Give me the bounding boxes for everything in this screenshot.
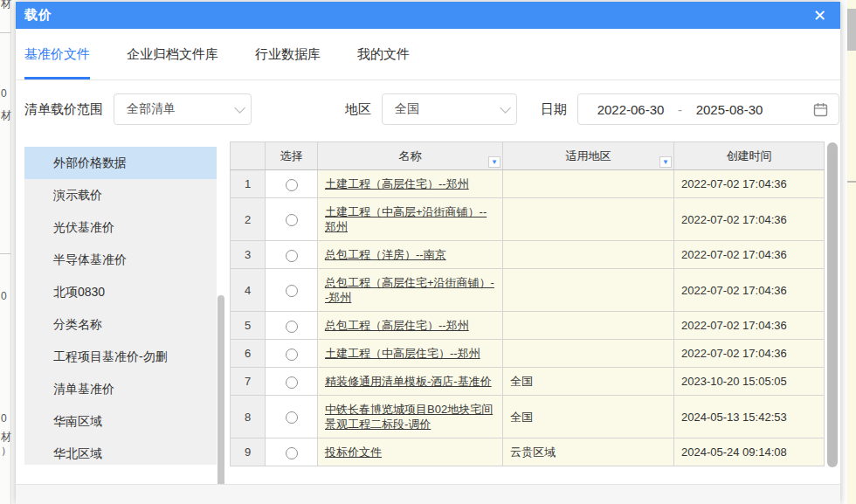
table-row: 4 总包工程（高层住宅+沿街商铺）--郑州 2022-07-02 17:04:3… [231,269,825,312]
row-name-cell: 总包工程（高层住宅+沿街商铺）--郑州 [318,269,503,312]
row-created-cell: 2023-10-20 15:05:05 [674,368,825,396]
sidebar-item[interactable]: 演示载价 [24,179,217,211]
radio-button[interactable] [286,349,298,361]
sidebar-item[interactable]: 华南区域 [24,405,217,438]
table-row: 1 土建工程（高层住宅）--郑州 2022-07-02 17:04:36 [231,170,825,198]
row-region-cell [503,241,674,269]
radio-button[interactable] [286,376,298,389]
date-end-input[interactable] [687,102,771,117]
tab-label: 基准价文件 [24,46,90,63]
tab-3[interactable]: 我的文件 [357,29,410,79]
row-index: 2 [231,198,266,241]
col-header-name: 名称 ▼ [318,142,503,170]
region-select-value: 全国 [395,101,487,117]
row-created-cell: 2024-05-24 09:14:08 [674,438,825,466]
table-row: 3 总包工程（洋房）--南京 2022-07-02 17:04:36 [231,241,825,269]
file-name-link[interactable]: 中铁长春博览城项目B02地块宅间景观工程二标段-调价 [325,403,493,431]
close-icon[interactable]: ✕ [810,6,830,25]
region-label: 地区 [345,101,371,118]
radio-button[interactable] [286,250,298,262]
filter-bar: 清单载价范围 全部清单 地区 全国 日期 - [16,90,840,128]
date-start-input[interactable] [589,102,673,117]
tab-1[interactable]: 企业归档文件库 [127,29,218,79]
col-header-region-label: 适用地区 [566,149,611,162]
radio-button[interactable] [286,447,298,459]
date-range-picker[interactable]: - [577,93,839,125]
region-select[interactable]: 全国 [382,93,517,125]
background-text-fragment: 0 [1,87,15,100]
table-scrollbar[interactable] [827,142,838,467]
row-select-cell [266,438,318,466]
sidebar-item[interactable]: 华北区域 [24,438,217,465]
tab-0[interactable]: 基准价文件 [24,29,90,79]
radio-button[interactable] [286,321,298,333]
row-name-cell: 总包工程（洋房）--南京 [318,241,503,269]
file-name-link[interactable]: 土建工程（高层住宅）--郑州 [325,177,469,190]
calendar-icon[interactable] [813,102,828,117]
row-created-cell: 2022-07-02 17:04:36 [674,340,825,368]
tab-2[interactable]: 行业数据库 [255,29,321,79]
row-index: 9 [231,438,266,466]
row-select-cell [266,269,318,312]
row-region-cell: 全国 [503,396,674,438]
row-index: 6 [231,340,266,368]
sidebar-item[interactable]: 清单基准价 [24,373,217,405]
file-name-link[interactable]: 精装修通用清单模板-酒店-基准价 [325,375,492,388]
background-app-left-strip: 材0材00材） [0,0,16,504]
row-select-cell [266,396,318,438]
row-created-cell: 2022-07-02 17:04:36 [674,198,825,241]
row-index: 5 [231,312,266,340]
radio-button[interactable] [286,214,298,226]
row-name-cell: 投标价文件 [318,438,503,466]
row-select-cell [266,340,318,368]
row-index: 4 [231,269,266,312]
file-name-link[interactable]: 土建工程（中高层+沿街商铺）--郑州 [325,205,487,233]
radio-button[interactable] [286,179,298,191]
background-text-fragment: 0 [1,290,15,302]
row-index: 1 [231,170,266,198]
price-file-table: 选择 名称 ▼ 适用地区 ▼ 创建时间 1 土建工程（高层住宅）--郑 [230,142,825,469]
sidebar-item[interactable]: 分类名称 [24,308,217,341]
region-filter-icon[interactable]: ▼ [659,156,672,168]
screen: 材0材00材） 载价 ✕ 基准价文件 企业归档文件库 行业数据库 我的文件 清单… [0,0,856,504]
background-text-fragment: 材 [1,108,15,123]
sidebar-item[interactable]: 北项0830 [24,276,217,308]
name-filter-icon[interactable]: ▼ [488,156,500,168]
scope-select[interactable]: 全部清单 [114,93,252,125]
tab-label: 企业归档文件库 [127,46,218,63]
background-gridline [847,181,856,183]
row-name-cell: 土建工程（中高层住宅）--郑州 [318,340,503,368]
col-header-name-label: 名称 [399,149,422,162]
table-row: 2 土建工程（中高层+沿街商铺）--郑州 2022-07-02 17:04:36 [231,198,825,241]
col-header-region: 适用地区 ▼ [503,142,674,170]
row-region-cell [503,170,674,198]
table-row: 5 总包工程（高层住宅）--郑州 2022-07-02 17:04:36 [231,312,825,340]
date-range-separator: - [673,102,687,117]
radio-button[interactable] [286,411,298,424]
sidebar-item[interactable]: 半导体基准价 [24,244,217,276]
row-select-cell [266,198,318,241]
background-gridline [0,253,10,254]
sidebar-scrollbar-thumb[interactable] [217,295,224,504]
row-region-cell [503,269,674,312]
row-name-cell: 中铁长春博览城项目B02地块宅间景观工程二标段-调价 [318,396,503,438]
sidebar-item[interactable]: 外部价格数据 [24,147,217,179]
chevron-down-icon [500,102,511,114]
row-region-cell: 全国 [503,368,674,396]
background-scrollbar-fragment [847,9,856,51]
row-select-cell [266,170,318,198]
sidebar-item[interactable]: 光伏基准价 [24,211,217,244]
file-name-link[interactable]: 投标价文件 [325,445,382,459]
file-name-link[interactable]: 总包工程（高层住宅+沿街商铺）--郑州 [325,276,494,304]
table-scrollbar-thumb[interactable] [827,142,838,467]
row-name-cell: 总包工程（高层住宅）--郑州 [318,312,503,340]
radio-button[interactable] [286,285,298,297]
file-name-link[interactable]: 总包工程（洋房）--南京 [325,248,446,261]
row-region-cell [503,340,674,368]
scope-label: 清单载价范围 [24,101,103,118]
sidebar-item[interactable]: 工程项目基准价-勿删 [24,341,217,373]
file-name-link[interactable]: 总包工程（高层住宅）--郑州 [325,319,469,332]
row-select-cell [266,241,318,269]
background-text-fragment: 0 [1,412,15,425]
file-name-link[interactable]: 土建工程（中高层住宅）--郑州 [325,347,480,360]
